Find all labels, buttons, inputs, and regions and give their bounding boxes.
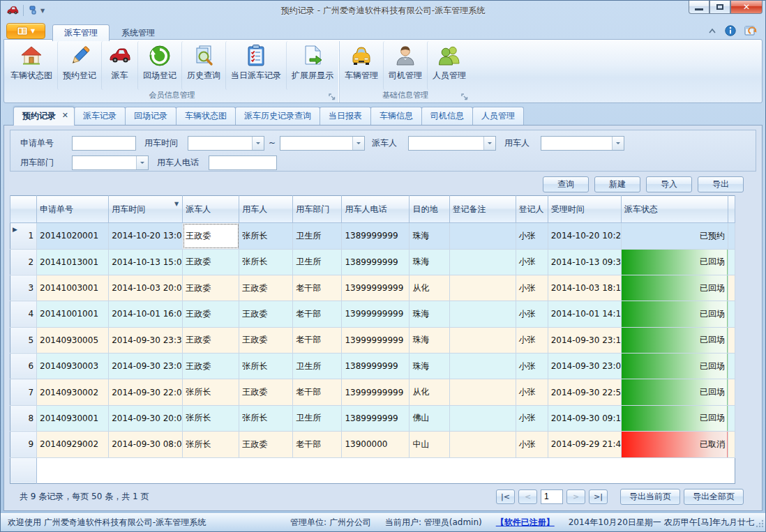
cell-request_no[interactable]: 20141003001: [37, 275, 109, 301]
cell-accept_time[interactable]: 2014-10-01 14:19: [548, 301, 621, 327]
cell-status[interactable]: 已回场: [621, 249, 728, 275]
export-all-pages-button[interactable]: 导出全部页: [684, 489, 744, 505]
ribbon-button-return-register[interactable]: 回场登记: [137, 41, 181, 90]
cell-dept[interactable]: 老干部: [293, 301, 342, 327]
first-page-button[interactable]: |<: [496, 489, 515, 504]
new-button[interactable]: 新建: [594, 176, 640, 192]
cell-request_no[interactable]: 20140929002: [37, 432, 109, 457]
cell-phone[interactable]: 1389999999: [342, 354, 410, 379]
cell-status[interactable]: 已回场: [621, 327, 728, 353]
cell-use_time[interactable]: 2014-10-13 15:00: [109, 249, 183, 275]
ribbon-button-reservation-register[interactable]: 预约登记: [57, 41, 101, 90]
cell-phone[interactable]: 13999999999: [342, 379, 410, 405]
cell-dispatcher[interactable]: 张所长: [183, 432, 239, 457]
cell-request_no[interactable]: 20141013001: [37, 249, 109, 275]
doc-tab-reservation-records[interactable]: 预约记录✕: [13, 107, 75, 126]
cell-accept_time[interactable]: 2014-09-29 21:47: [548, 432, 621, 457]
cell-dept[interactable]: 老干部: [293, 432, 342, 457]
table-row[interactable]: 2201410130012014-10-13 15:00王政委张所长卫生所138…: [10, 249, 735, 275]
cell-accept_time[interactable]: 2014-10-03 18:11: [548, 275, 621, 301]
cell-registrar[interactable]: 小张: [516, 379, 548, 405]
page-number-input[interactable]: [541, 489, 563, 504]
cell-request_no[interactable]: 20140930001: [37, 405, 109, 431]
ribbon-button-history-query[interactable]: 历史查询: [181, 41, 225, 90]
query-button[interactable]: 查询: [543, 176, 589, 192]
cell-registrar[interactable]: 小张: [516, 327, 548, 353]
cell-request_no[interactable]: 20140930002: [37, 379, 109, 405]
doc-tab-personnel-mgmt[interactable]: 人员管理: [472, 107, 524, 126]
cell-remark[interactable]: [449, 405, 516, 431]
cell-remark[interactable]: [449, 354, 516, 379]
cell-use_time[interactable]: 2014-09-30 22:00: [109, 379, 183, 405]
cell-dispatcher[interactable]: 王政委: [183, 327, 239, 353]
cell-dispatcher[interactable]: 张所长: [183, 379, 239, 405]
ribbon-tab-system-mgmt[interactable]: 系统管理: [110, 24, 167, 41]
request-no-input[interactable]: [72, 136, 136, 151]
cell-status[interactable]: 已取消: [621, 432, 728, 457]
cell-dept[interactable]: 卫生所: [293, 354, 342, 379]
cell-use_time[interactable]: 2014-09-30 23:00: [109, 354, 183, 379]
cell-accept_time[interactable]: 2014-10-13 09:34: [548, 249, 621, 275]
cell-use_time[interactable]: 2014-09-30 23:30: [109, 327, 183, 353]
cell-phone[interactable]: 13999999999: [342, 301, 410, 327]
resize-grip-icon[interactable]: [756, 519, 764, 530]
cell-dispatcher[interactable]: 王政委: [183, 275, 239, 301]
table-row[interactable]: 8201409300012014-09-30 20:00张所长张所长卫生所138…: [10, 405, 735, 431]
cell-dept[interactable]: 卫生所: [293, 249, 342, 275]
cell-registrar[interactable]: 小张: [516, 249, 548, 275]
cell-passenger[interactable]: 张所长: [239, 223, 293, 249]
doc-tab-daily-report[interactable]: 当日报表: [320, 107, 371, 126]
doc-tab-driver-info[interactable]: 司机信息: [421, 107, 473, 126]
cell-request_no[interactable]: 20141020001: [37, 223, 109, 249]
dispatcher-combobox[interactable]: [408, 136, 496, 151]
table-row[interactable]: 5201409300052014-09-30 23:30王政委王政委老干部139…: [10, 327, 735, 353]
cell-request_no[interactable]: 20140930003: [37, 354, 109, 379]
cell-status[interactable]: 已预约: [621, 223, 728, 249]
dialog-launcher-icon[interactable]: [461, 93, 468, 100]
table-row[interactable]: 4201410010012014-10-01 16:00王政委王政委老干部139…: [10, 301, 735, 327]
cell-destination[interactable]: 佛山: [410, 405, 449, 431]
cell-phone[interactable]: 1389999999: [342, 223, 410, 249]
cell-passenger[interactable]: 张所长: [239, 249, 293, 275]
cell-registrar[interactable]: 小张: [516, 354, 548, 379]
cell-destination[interactable]: 中山: [410, 432, 449, 457]
cell-accept_time[interactable]: 2014-09-30 23:14: [548, 327, 621, 353]
cell-dispatcher[interactable]: 张所长: [183, 405, 239, 431]
cell-passenger[interactable]: 王政委: [239, 327, 293, 353]
prev-page-button[interactable]: <: [518, 489, 537, 504]
collapse-ribbon-chevron-icon[interactable]: [708, 28, 716, 33]
column-header-status[interactable]: 派车状态: [621, 196, 728, 223]
cell-dispatcher[interactable]: 王政委: [183, 354, 239, 379]
cell-passenger[interactable]: 王政委: [239, 432, 293, 457]
cell-remark[interactable]: [449, 301, 516, 327]
cell-remark[interactable]: [449, 223, 516, 249]
cell-passenger[interactable]: 王政委: [239, 379, 293, 405]
table-row[interactable]: 6201409300032014-09-30 23:00王政委张所长卫生所138…: [10, 354, 735, 379]
cell-use_time[interactable]: 2014-10-20 13:00: [109, 223, 183, 249]
cell-accept_time[interactable]: 2014-09-30 09:17: [548, 405, 621, 431]
cell-use_time[interactable]: 2014-10-03 20:00: [109, 275, 183, 301]
use-time-from-combobox[interactable]: [188, 136, 264, 151]
table-row[interactable]: 9201409290022014-09-30 08:00张所长王政委老干部139…: [10, 432, 735, 457]
cell-accept_time[interactable]: 2014-10-20 10:24: [548, 223, 621, 249]
cell-status[interactable]: 已回场: [621, 354, 728, 379]
cell-request_no[interactable]: 20141001001: [37, 301, 109, 327]
use-time-to-combobox[interactable]: [280, 136, 365, 151]
cell-phone[interactable]: 13999999999: [342, 327, 410, 353]
cell-use_time[interactable]: 2014-09-30 08:00: [109, 432, 183, 457]
cell-registrar[interactable]: 小张: [516, 275, 548, 301]
column-header-use_time[interactable]: 用车时间▼: [109, 196, 183, 223]
phone-input[interactable]: [209, 155, 277, 170]
close-tab-icon[interactable]: ✕: [62, 111, 68, 120]
export-button[interactable]: 导出: [698, 176, 744, 192]
ribbon-button-driver-mgmt[interactable]: 司机管理: [383, 41, 427, 90]
cell-destination[interactable]: 珠海: [410, 327, 449, 353]
cell-remark[interactable]: [449, 432, 516, 457]
close-button[interactable]: ✕: [730, 1, 763, 14]
cell-passenger[interactable]: 王政委: [239, 301, 293, 327]
cell-destination[interactable]: 珠海: [410, 301, 449, 327]
column-header-request_no[interactable]: 申请单号: [37, 196, 109, 223]
cell-destination[interactable]: 珠海: [410, 354, 449, 379]
cell-dispatcher[interactable]: 王政委: [183, 249, 239, 275]
last-page-button[interactable]: >|: [589, 489, 608, 504]
